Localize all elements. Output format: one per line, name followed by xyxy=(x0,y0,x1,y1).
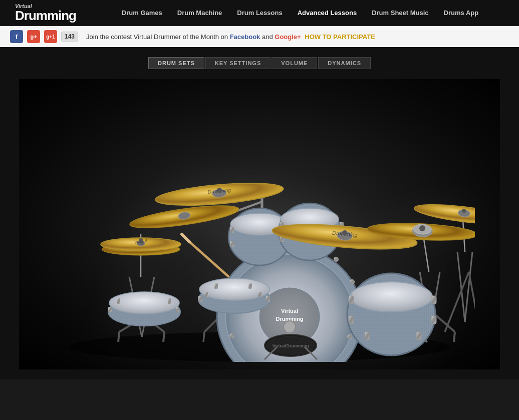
svg-point-53 xyxy=(350,279,355,284)
svg-point-45 xyxy=(284,321,296,333)
svg-rect-96 xyxy=(168,298,171,304)
svg-rect-68 xyxy=(431,316,436,324)
nav-drums-app[interactable]: Drums App xyxy=(444,9,479,17)
google-plus-link[interactable]: Google+ xyxy=(275,33,301,41)
svg-point-117 xyxy=(419,225,425,231)
main-content: DRUM SETS KEY SETTINGS VOLUME DYNAMICS xyxy=(0,47,519,379)
svg-text:Virtual: Virtual xyxy=(281,308,298,314)
svg-line-27 xyxy=(469,272,475,332)
nav-drum-games[interactable]: Drum Games xyxy=(122,9,162,17)
main-nav: Drum Games Drum Machine Drum Lessons Adv… xyxy=(96,9,504,17)
svg-rect-95 xyxy=(117,298,120,304)
svg-line-8 xyxy=(118,332,119,342)
tab-drum-sets[interactable]: DRUM SETS xyxy=(148,57,204,69)
tab-key-settings[interactable]: KEY SETTINGS xyxy=(205,57,271,69)
svg-line-36 xyxy=(189,242,234,282)
tab-dynamics[interactable]: DYNAMICS xyxy=(318,57,371,69)
svg-point-55 xyxy=(347,334,352,339)
nav-drum-machine[interactable]: Drum Machine xyxy=(177,9,222,17)
logo: Virtual Drumming xyxy=(15,4,76,22)
svg-rect-67 xyxy=(349,316,354,324)
tabs-container: DRUM SETS KEY SETTINGS VOLUME DYNAMICS xyxy=(0,57,519,69)
drum-kit-svg: Virtual Drumming Virt xyxy=(44,87,475,362)
nav-drum-lessons[interactable]: Drum Lessons xyxy=(237,9,282,17)
svg-rect-70 xyxy=(416,332,421,340)
logo-drumming: Drumming xyxy=(15,9,76,22)
svg-point-118 xyxy=(462,209,466,213)
google-plus-icon[interactable]: g+ xyxy=(27,30,40,43)
svg-line-20 xyxy=(435,314,455,332)
svg-line-9 xyxy=(163,332,164,342)
svg-rect-66 xyxy=(431,296,436,304)
svg-point-116 xyxy=(342,230,347,235)
svg-rect-94 xyxy=(176,307,179,312)
svg-rect-73 xyxy=(230,227,234,233)
svg-point-115 xyxy=(217,188,222,193)
svg-line-22 xyxy=(454,332,455,342)
tab-volume[interactable]: VOLUME xyxy=(272,57,317,69)
svg-point-57 xyxy=(229,333,234,338)
social-text: Join the contest Virtual Drummer of the … xyxy=(86,33,375,41)
social-count: 143 xyxy=(61,32,78,42)
svg-rect-88 xyxy=(214,283,218,289)
svg-rect-90 xyxy=(258,292,262,297)
svg-rect-69 xyxy=(365,332,370,340)
svg-rect-89 xyxy=(248,283,252,289)
svg-line-26 xyxy=(445,272,469,332)
svg-text:VirtualDrumming: VirtualDrumming xyxy=(273,343,309,348)
google-plus-one-icon[interactable]: g+1 xyxy=(44,30,57,43)
svg-rect-75 xyxy=(230,241,234,247)
svg-point-114 xyxy=(139,238,143,242)
svg-point-52 xyxy=(334,257,339,262)
svg-rect-86 xyxy=(266,296,270,302)
svg-rect-87 xyxy=(204,292,208,297)
nav-drum-sheet-music[interactable]: Drum Sheet Music xyxy=(372,9,428,17)
header: Virtual Drumming Drum Games Drum Machine… xyxy=(0,0,519,26)
drum-area: Virtual Drumming Virt xyxy=(19,79,500,369)
facebook-icon[interactable]: f xyxy=(10,30,23,43)
svg-rect-65 xyxy=(349,296,354,304)
svg-point-64 xyxy=(350,282,432,312)
svg-rect-85 xyxy=(198,296,202,302)
social-bar: f g+ g+1 143 Join the contest Virtual Dr… xyxy=(0,26,519,47)
svg-line-15 xyxy=(203,332,204,342)
facebook-link[interactable]: Facebook xyxy=(230,33,261,41)
drum-kit-container: Virtual Drumming Virt xyxy=(19,79,500,369)
logo-area[interactable]: Virtual Drumming xyxy=(15,4,76,22)
svg-rect-93 xyxy=(108,307,112,312)
how-to-participate-link[interactable]: HOW TO PARTICIPATE xyxy=(305,33,375,41)
svg-line-37 xyxy=(182,234,189,242)
nav-advanced-lessons[interactable]: Advanced Lessons xyxy=(298,9,357,17)
